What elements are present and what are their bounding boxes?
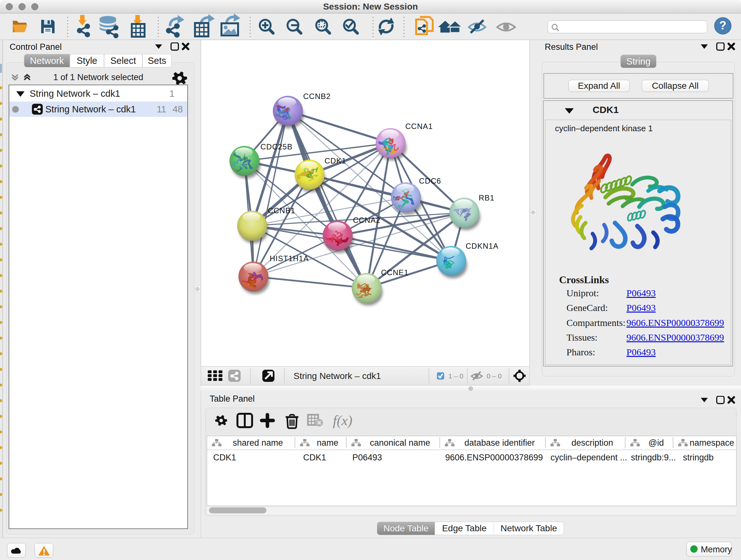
svg-text:RB1: RB1 xyxy=(479,193,495,202)
svg-text:1 – 0: 1 – 0 xyxy=(448,372,463,380)
svg-text:CDC6: CDC6 xyxy=(419,177,441,185)
svg-text:CDK1: CDK1 xyxy=(325,157,346,165)
svg-text:CDC25B: CDC25B xyxy=(260,142,293,151)
svg-text:f(x): f(x) xyxy=(333,413,352,428)
svg-text:CCNA1: CCNA1 xyxy=(405,122,433,131)
svg-text:0 – 0: 0 – 0 xyxy=(487,372,502,380)
svg-text:CCNA2: CCNA2 xyxy=(353,216,381,225)
svg-text:CDKN1A: CDKN1A xyxy=(466,242,498,250)
svg-text:CCNB1: CCNB1 xyxy=(268,206,295,215)
svg-text:HIST1H1A: HIST1H1A xyxy=(270,254,309,263)
svg-text:String Network – cdk1: String Network – cdk1 xyxy=(293,371,381,381)
svg-text:CCNE1: CCNE1 xyxy=(381,268,408,277)
svg-text:CCNB2: CCNB2 xyxy=(303,92,331,101)
